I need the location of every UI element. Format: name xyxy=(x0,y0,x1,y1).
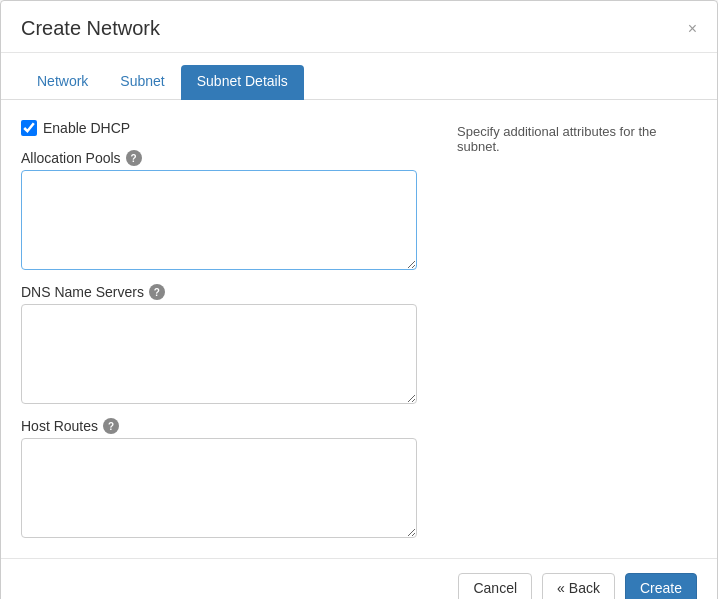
back-arrow-icon: « xyxy=(557,580,565,596)
form-section: Enable DHCP Allocation Pools ? DNS Name … xyxy=(21,120,417,538)
host-routes-help-icon[interactable]: ? xyxy=(103,418,119,434)
allocation-pools-group: Allocation Pools ? xyxy=(21,150,417,270)
enable-dhcp-row: Enable DHCP xyxy=(21,120,417,136)
create-network-modal: Create Network × Network Subnet Subnet D… xyxy=(0,0,718,599)
create-button[interactable]: Create xyxy=(625,573,697,599)
cancel-button[interactable]: Cancel xyxy=(458,573,532,599)
allocation-pools-label: Allocation Pools xyxy=(21,150,121,166)
dns-name-servers-group: DNS Name Servers ? xyxy=(21,284,417,404)
host-routes-group: Host Routes ? xyxy=(21,418,417,538)
modal-body: Enable DHCP Allocation Pools ? DNS Name … xyxy=(1,100,717,558)
modal-footer: Cancel « Back Create xyxy=(1,558,717,599)
allocation-pools-textarea[interactable] xyxy=(21,170,417,270)
back-label: Back xyxy=(569,580,600,596)
modal-title: Create Network xyxy=(21,17,160,40)
tab-subnet[interactable]: Subnet xyxy=(104,65,180,100)
allocation-pools-label-row: Allocation Pools ? xyxy=(21,150,417,166)
dns-name-servers-textarea[interactable] xyxy=(21,304,417,404)
enable-dhcp-checkbox[interactable] xyxy=(21,120,37,136)
close-icon[interactable]: × xyxy=(688,21,697,37)
host-routes-textarea[interactable] xyxy=(21,438,417,538)
host-routes-label: Host Routes xyxy=(21,418,98,434)
back-button[interactable]: « Back xyxy=(542,573,615,599)
dns-name-servers-label-row: DNS Name Servers ? xyxy=(21,284,417,300)
tab-bar: Network Subnet Subnet Details xyxy=(1,53,717,100)
dns-name-servers-help-icon[interactable]: ? xyxy=(149,284,165,300)
dns-name-servers-label: DNS Name Servers xyxy=(21,284,144,300)
info-section: Specify additional attributes for the su… xyxy=(437,120,697,538)
tab-subnet-details[interactable]: Subnet Details xyxy=(181,65,304,100)
host-routes-label-row: Host Routes ? xyxy=(21,418,417,434)
info-text: Specify additional attributes for the su… xyxy=(457,124,697,154)
enable-dhcp-label[interactable]: Enable DHCP xyxy=(43,120,130,136)
allocation-pools-help-icon[interactable]: ? xyxy=(126,150,142,166)
tab-network[interactable]: Network xyxy=(21,65,104,100)
modal-header: Create Network × xyxy=(1,1,717,53)
